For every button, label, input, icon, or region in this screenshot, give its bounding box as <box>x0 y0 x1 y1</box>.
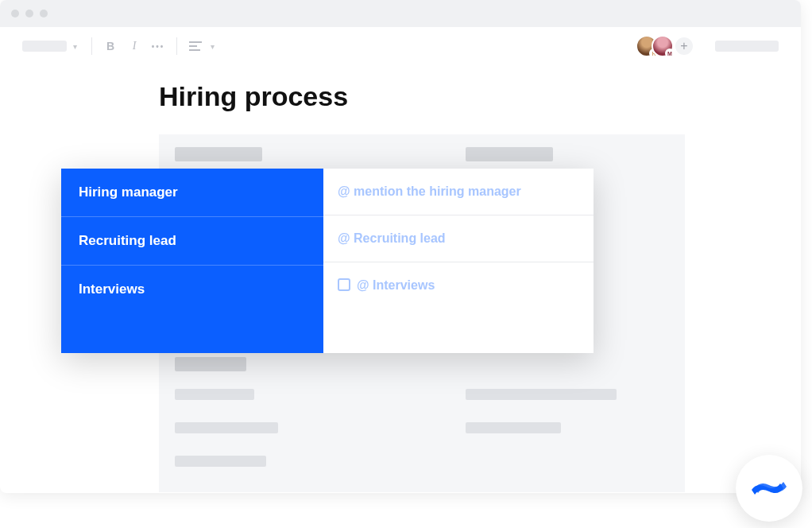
toolbar-separator <box>176 37 177 55</box>
table-label-column: Hiring manager Recruiting lead Interview… <box>61 169 323 353</box>
toolbar-separator <box>91 37 92 55</box>
skeleton-line <box>175 147 262 161</box>
table-value-cell[interactable]: @ mention the hiring manager <box>323 169 594 215</box>
svg-rect-2 <box>189 49 200 51</box>
skeleton-line <box>466 147 553 161</box>
collaborator-avatars: R M <box>636 35 674 57</box>
style-dropdown[interactable] <box>22 41 67 52</box>
skeleton-line <box>175 389 254 400</box>
page-title[interactable]: Hiring process <box>159 81 801 112</box>
window-titlebar <box>0 0 801 27</box>
window-minimize-dot[interactable] <box>25 10 33 17</box>
table-label-cell[interactable]: Recruiting lead <box>61 217 323 266</box>
table-label-cell[interactable]: Hiring manager <box>61 169 323 217</box>
share-button[interactable] <box>715 41 779 52</box>
more-formatting-button[interactable]: ••• <box>149 37 167 55</box>
properties-table: Hiring manager Recruiting lead Interview… <box>61 169 594 353</box>
skeleton-line <box>175 357 246 371</box>
chevron-down-icon: ▾ <box>211 42 215 51</box>
align-left-icon <box>189 41 202 51</box>
table-value-cell[interactable]: @ Interviews <box>323 262 594 353</box>
mention-placeholder: @ Interviews <box>357 278 435 293</box>
align-button[interactable] <box>187 37 204 55</box>
window-maximize-dot[interactable] <box>40 10 48 17</box>
table-label-cell[interactable]: Interviews <box>61 266 323 353</box>
checkbox-icon[interactable] <box>338 278 350 291</box>
add-collaborator-button[interactable]: + <box>674 36 694 56</box>
toolbar-right-group: R M + <box>636 35 779 57</box>
svg-rect-0 <box>189 41 202 43</box>
editor-toolbar: ▾ B I ••• ▾ R M <box>0 27 801 65</box>
bold-button[interactable]: B <box>102 37 119 55</box>
mention-placeholder: @ Recruiting lead <box>338 231 446 246</box>
confluence-logo-icon <box>750 469 788 507</box>
svg-rect-1 <box>189 45 197 47</box>
table-value-column: @ mention the hiring manager @ Recruitin… <box>323 169 594 353</box>
toolbar-left-group: ▾ B I ••• ▾ <box>22 37 219 55</box>
avatar-badge: M <box>665 49 675 58</box>
chevron-down-icon: ▾ <box>73 42 77 51</box>
confluence-logo-badge[interactable] <box>736 455 802 522</box>
skeleton-line <box>175 456 266 467</box>
table-value-cell[interactable]: @ Recruiting lead <box>323 215 594 262</box>
avatar[interactable]: M <box>652 35 674 57</box>
skeleton-line <box>466 422 561 433</box>
italic-button[interactable]: I <box>126 37 143 55</box>
mention-placeholder: @ mention the hiring manager <box>338 184 521 199</box>
window-close-dot[interactable] <box>11 10 19 17</box>
skeleton-line <box>466 389 617 400</box>
skeleton-line <box>175 422 278 433</box>
